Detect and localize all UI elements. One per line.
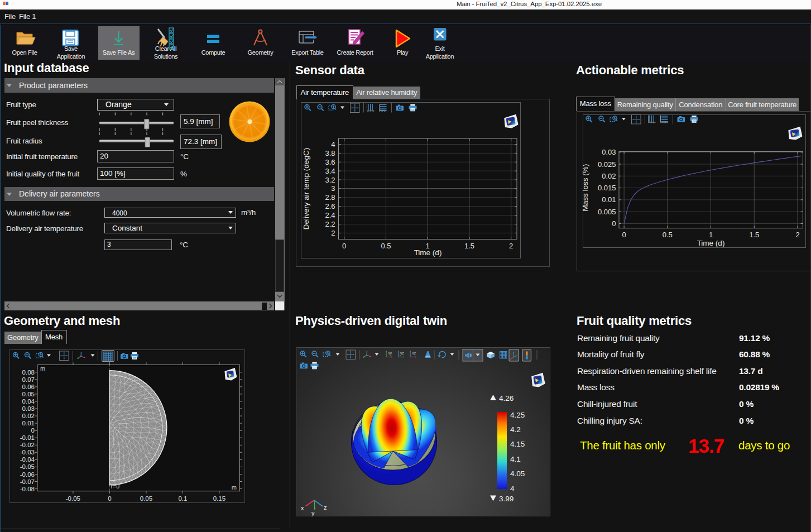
svg-text:4: 4 [510, 485, 515, 493]
svg-text:0.025: 0.025 [598, 160, 616, 169]
svg-text:3.8: 3.8 [325, 149, 335, 157]
svg-text:0.04: 0.04 [22, 398, 35, 405]
svg-text:-0.02: -0.02 [20, 442, 35, 448]
svg-text:0.015: 0.015 [598, 184, 616, 192]
svg-text:4.1: 4.1 [510, 455, 521, 463]
svg-text:0.03: 0.03 [602, 148, 616, 156]
svg-text:xy: xy [388, 351, 392, 356]
svg-text:-0.04: -0.04 [20, 456, 35, 463]
svg-text:3.99: 3.99 [499, 495, 514, 503]
svg-text:0.1: 0.1 [178, 495, 187, 502]
svg-text:0.5: 0.5 [663, 231, 673, 239]
svg-text:0.15: 0.15 [213, 495, 225, 502]
svg-text:1.5: 1.5 [464, 242, 474, 250]
svg-text:-0.06: -0.06 [20, 471, 35, 478]
svg-text:0.05: 0.05 [140, 495, 152, 502]
svg-text:4.26: 4.26 [499, 394, 514, 402]
svg-text:4: 4 [331, 140, 335, 148]
svg-text:x: x [301, 505, 304, 511]
svg-text:z: z [324, 504, 327, 511]
svg-text:0: 0 [108, 495, 111, 502]
svg-text:3.6: 3.6 [325, 158, 335, 166]
svg-text:2: 2 [795, 231, 799, 239]
svg-text:m: m [232, 484, 237, 491]
svg-text:Time (d): Time (d) [414, 248, 442, 257]
svg-text:0: 0 [612, 219, 616, 228]
svg-text:0.06: 0.06 [22, 384, 35, 390]
svg-text:4.15: 4.15 [510, 440, 525, 448]
svg-text:-0.08: -0.08 [20, 486, 35, 492]
svg-text:0.005: 0.005 [598, 208, 616, 216]
svg-text:Mass loss (%): Mass loss (%) [581, 164, 589, 212]
svg-text:4.25: 4.25 [510, 411, 525, 419]
svg-text:0.05: 0.05 [22, 391, 35, 397]
svg-text:0.07: 0.07 [22, 376, 35, 383]
svg-text:1: 1 [709, 231, 713, 239]
svg-text:0.01: 0.01 [22, 420, 35, 426]
svg-text:0: 0 [31, 427, 35, 434]
svg-text:2.2: 2.2 [325, 220, 335, 228]
svg-text:-0.03: -0.03 [20, 449, 35, 456]
svg-text:xz: xz [412, 351, 416, 355]
svg-text:-0.07: -0.07 [20, 478, 35, 485]
svg-text:y: y [311, 510, 315, 516]
svg-text:3.4: 3.4 [325, 167, 335, 175]
svg-text:2: 2 [509, 242, 513, 250]
svg-text:3.2: 3.2 [325, 176, 335, 184]
svg-text:4.2: 4.2 [510, 425, 521, 434]
svg-text:0.5: 0.5 [381, 242, 391, 250]
svg-text:4.05: 4.05 [510, 469, 525, 478]
svg-text:Delivery air temp (degC): Delivery air temp (degC) [302, 148, 310, 229]
svg-text:0.01: 0.01 [602, 195, 616, 204]
svg-text:2.6: 2.6 [325, 202, 335, 210]
svg-text:3: 3 [331, 184, 335, 193]
svg-text:m: m [40, 365, 45, 372]
svg-text:0.03: 0.03 [22, 405, 35, 412]
svg-text:yz: yz [400, 351, 404, 356]
svg-text:-0.05: -0.05 [66, 495, 80, 502]
svg-text:2.8: 2.8 [325, 193, 335, 202]
svg-text:0.02: 0.02 [602, 172, 616, 180]
svg-text:0: 0 [622, 231, 626, 239]
svg-text:2.4: 2.4 [325, 211, 335, 219]
svg-text:1.5: 1.5 [749, 231, 759, 239]
svg-text:2: 2 [331, 229, 335, 237]
svg-text:r=0: r=0 [111, 483, 120, 490]
svg-text:-0.05: -0.05 [20, 463, 35, 470]
svg-text:0.02: 0.02 [22, 413, 35, 419]
svg-text:0: 0 [342, 242, 346, 250]
svg-text:0.08: 0.08 [22, 369, 35, 376]
svg-text:-0.01: -0.01 [20, 434, 35, 441]
svg-text:Time (d): Time (d) [697, 239, 725, 247]
